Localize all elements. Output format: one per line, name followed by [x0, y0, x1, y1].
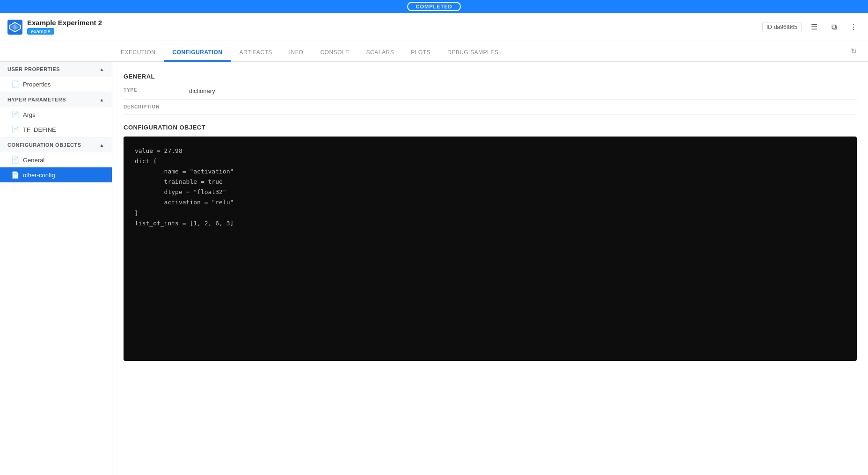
sidebar-item-tf-define[interactable]: 📄 TF_DEFINE: [0, 122, 112, 137]
sidebar-section-label-user-properties: USER PROPERTIES: [7, 66, 60, 72]
sidebar-item-args[interactable]: 📄 Args: [0, 107, 112, 122]
sidebar-section-user-properties: USER PROPERTIES ▲ 📄 Properties: [0, 62, 112, 92]
sidebar-item-general[interactable]: 📄 General: [0, 152, 112, 167]
sidebar-section-header-hyper-parameters[interactable]: HYPER PARAMETERS ▲: [0, 92, 112, 107]
chevron-up-icon-2: ▲: [100, 97, 104, 102]
header: Example Experiment 2 example ID da96f865…: [0, 13, 868, 41]
id-label: ID: [766, 24, 772, 30]
general-section-title: GENERAL: [124, 73, 857, 80]
chevron-up-icon-3: ▲: [100, 143, 104, 148]
experiment-info: Example Experiment 2 example: [27, 19, 762, 35]
sidebar-section-label-hyper-parameters: HYPER PARAMETERS: [7, 97, 66, 102]
description-row: DESCRIPTION: [124, 104, 857, 115]
sidebar: USER PROPERTIES ▲ 📄 Properties HYPER PAR…: [0, 62, 112, 475]
document-icon-2: 📄: [11, 111, 19, 118]
sidebar-section-config-objects: CONFIGURATION OBJECTS ▲ 📄 General 📄 othe…: [0, 137, 112, 183]
sidebar-section-label-config-objects: CONFIGURATION OBJECTS: [7, 142, 81, 148]
id-value: da96f865: [774, 24, 797, 30]
status-bar: COMPLETED: [0, 0, 868, 13]
compare-button[interactable]: ⧉: [827, 20, 841, 34]
experiment-title: Example Experiment 2: [27, 19, 762, 27]
sidebar-item-other-config[interactable]: 📄 other-config: [0, 167, 112, 182]
code-editor[interactable]: value = 27.98 dict { name = "activation"…: [124, 137, 857, 361]
more-options-button[interactable]: ⋮: [846, 20, 861, 34]
id-badge: ID da96f865: [762, 22, 802, 32]
main-content: GENERAL TYPE dictionary DESCRIPTION CONF…: [112, 62, 868, 475]
completed-badge: COMPLETED: [407, 2, 460, 11]
chevron-up-icon: ▲: [100, 67, 104, 72]
experiment-tag: example: [27, 28, 54, 35]
sidebar-item-label: Properties: [23, 81, 51, 88]
main-layout: USER PROPERTIES ▲ 📄 Properties HYPER PAR…: [0, 62, 868, 475]
code-content: value = 27.98 dict { name = "activation"…: [135, 146, 846, 229]
tab-configuration[interactable]: CONFIGURATION: [164, 44, 231, 62]
refresh-button[interactable]: ↻: [846, 44, 861, 58]
type-value: dictionary: [189, 87, 215, 94]
document-icon-5: 📄: [11, 171, 19, 179]
nav-tabs: EXECUTION CONFIGURATION ARTIFACTS INFO C…: [0, 41, 868, 62]
tab-scalars[interactable]: SCALARS: [358, 44, 403, 62]
sidebar-item-label-general: General: [23, 157, 44, 164]
app-logo: [7, 20, 22, 35]
header-actions: ID da96f865 ☰ ⧉ ⋮: [762, 20, 861, 34]
type-row: TYPE dictionary: [124, 87, 857, 100]
tab-artifacts[interactable]: ARTIFACTS: [231, 44, 280, 62]
document-icon: 📄: [11, 80, 19, 88]
sidebar-item-properties[interactable]: 📄 Properties: [0, 77, 112, 92]
sidebar-section-header-config-objects[interactable]: CONFIGURATION OBJECTS ▲: [0, 137, 112, 152]
tab-info[interactable]: INFO: [281, 44, 312, 62]
type-label: TYPE: [124, 87, 189, 93]
sidebar-item-label-other-config: other-config: [23, 172, 55, 179]
sidebar-section-header-user-properties[interactable]: USER PROPERTIES ▲: [0, 62, 112, 77]
list-view-button[interactable]: ☰: [807, 20, 821, 34]
config-object-section-title: CONFIGURATION OBJECT: [124, 124, 857, 131]
document-icon-3: 📄: [11, 126, 19, 133]
sidebar-section-hyper-parameters: HYPER PARAMETERS ▲ 📄 Args 📄 TF_DEFINE: [0, 92, 112, 137]
tab-execution[interactable]: EXECUTION: [112, 44, 164, 62]
description-label: DESCRIPTION: [124, 104, 189, 109]
tab-debug-samples[interactable]: DEBUG SAMPLES: [439, 44, 507, 62]
tab-plots[interactable]: PLOTS: [402, 44, 439, 62]
sidebar-item-label-tf-define: TF_DEFINE: [23, 126, 56, 133]
sidebar-item-label-args: Args: [23, 111, 36, 118]
document-icon-4: 📄: [11, 156, 19, 164]
tab-console[interactable]: CONSOLE: [312, 44, 357, 62]
